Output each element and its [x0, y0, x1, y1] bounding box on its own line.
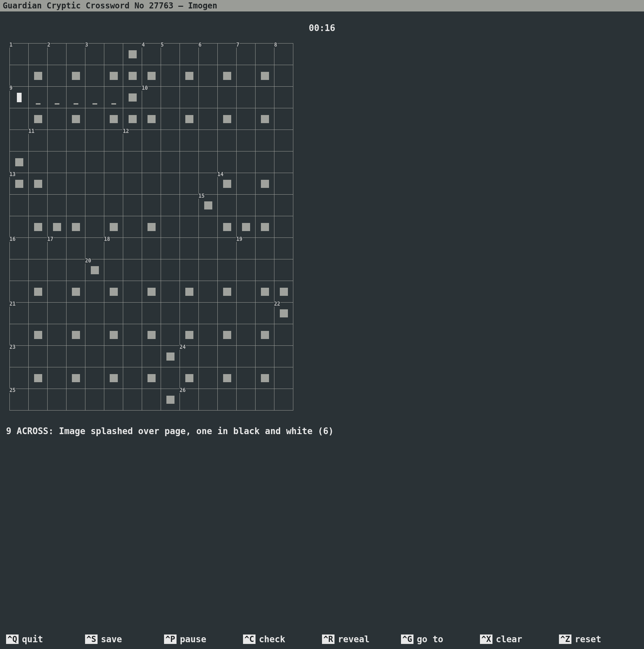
grid-cell[interactable]: [274, 108, 293, 130]
grid-cell[interactable]: 11: [29, 130, 48, 151]
grid-cell[interactable]: [48, 389, 66, 411]
grid-cell[interactable]: [10, 281, 29, 303]
grid-cell[interactable]: [256, 151, 274, 173]
grid-cell[interactable]: [104, 130, 123, 151]
grid-cell[interactable]: 20: [85, 259, 104, 281]
grid-cell[interactable]: [123, 151, 142, 173]
grid-cell[interactable]: [161, 65, 180, 87]
grid-cell[interactable]: 1: [10, 44, 29, 65]
grid-cell[interactable]: [29, 259, 48, 281]
grid-cell[interactable]: [199, 303, 218, 324]
grid-cell[interactable]: [199, 367, 218, 389]
grid-cell[interactable]: [218, 151, 237, 173]
grid-cell[interactable]: [274, 130, 293, 151]
grid-cell[interactable]: [180, 281, 199, 303]
grid-cell[interactable]: [85, 216, 104, 238]
grid-cell[interactable]: [104, 44, 123, 65]
grid-cell[interactable]: [256, 303, 274, 324]
grid-cell[interactable]: [199, 173, 218, 195]
grid-cell[interactable]: [66, 346, 85, 367]
grid-cell[interactable]: [180, 216, 199, 238]
grid-cell[interactable]: 22: [274, 303, 293, 324]
grid-cell[interactable]: [161, 87, 180, 108]
grid-cell[interactable]: [274, 65, 293, 87]
grid-cell[interactable]: [66, 65, 85, 87]
grid-cell[interactable]: 12: [123, 130, 142, 151]
grid-cell[interactable]: [48, 65, 66, 87]
grid-cell[interactable]: [10, 324, 29, 346]
grid-cell[interactable]: [199, 65, 218, 87]
grid-cell[interactable]: [256, 346, 274, 367]
grid-cell[interactable]: [237, 303, 256, 324]
grid-cell[interactable]: [256, 87, 274, 108]
grid-cell[interactable]: [218, 281, 237, 303]
grid-cell[interactable]: [10, 195, 29, 216]
shortcut-save[interactable]: ^Ssave: [85, 634, 164, 644]
grid-cell[interactable]: [85, 367, 104, 389]
grid-cell[interactable]: [256, 238, 274, 259]
shortcut-check[interactable]: ^Ccheck: [243, 634, 322, 644]
grid-cell[interactable]: [85, 389, 104, 411]
grid-cell[interactable]: [199, 259, 218, 281]
grid-cell[interactable]: [66, 367, 85, 389]
grid-cell[interactable]: [218, 130, 237, 151]
grid-cell[interactable]: [218, 367, 237, 389]
grid-cell[interactable]: [66, 303, 85, 324]
grid-cell[interactable]: [256, 65, 274, 87]
grid-cell[interactable]: [274, 389, 293, 411]
grid-cell[interactable]: [66, 259, 85, 281]
grid-cell[interactable]: [256, 389, 274, 411]
grid-cell[interactable]: [29, 65, 48, 87]
grid-cell[interactable]: [161, 130, 180, 151]
grid-cell[interactable]: 16: [10, 238, 29, 259]
grid-cell[interactable]: [66, 173, 85, 195]
grid-cell[interactable]: [199, 389, 218, 411]
grid-cell[interactable]: [161, 238, 180, 259]
grid-cell[interactable]: [142, 195, 161, 216]
grid-cell[interactable]: [237, 389, 256, 411]
grid-cell[interactable]: [48, 108, 66, 130]
grid-cell[interactable]: [256, 216, 274, 238]
grid-cell[interactable]: [123, 44, 142, 65]
grid-cell[interactable]: 8: [274, 44, 293, 65]
grid-cell[interactable]: [180, 151, 199, 173]
grid-cell[interactable]: [85, 130, 104, 151]
grid-cell[interactable]: [142, 324, 161, 346]
grid-cell[interactable]: [218, 259, 237, 281]
grid-cell[interactable]: [66, 108, 85, 130]
grid-cell[interactable]: [274, 259, 293, 281]
grid-cell[interactable]: [85, 346, 104, 367]
grid-cell[interactable]: [256, 367, 274, 389]
grid-cell[interactable]: [256, 195, 274, 216]
grid-cell[interactable]: [123, 87, 142, 108]
grid-cell[interactable]: [29, 216, 48, 238]
grid-cell[interactable]: [161, 259, 180, 281]
grid-cell[interactable]: [142, 238, 161, 259]
grid-cell[interactable]: [85, 173, 104, 195]
shortcut-go-to[interactable]: ^Ggo to: [401, 634, 480, 644]
grid-cell[interactable]: [199, 216, 218, 238]
grid-cell[interactable]: 3: [85, 44, 104, 65]
grid-cell[interactable]: [85, 324, 104, 346]
grid-cell[interactable]: [180, 65, 199, 87]
grid-cell[interactable]: [161, 367, 180, 389]
grid-cell[interactable]: [48, 195, 66, 216]
grid-cell[interactable]: [123, 108, 142, 130]
grid-cell[interactable]: [237, 216, 256, 238]
grid-cell[interactable]: [256, 44, 274, 65]
grid-cell[interactable]: [104, 303, 123, 324]
grid-cell[interactable]: [104, 216, 123, 238]
crossword-grid[interactable]: 1234567891011121314151617181920212223242…: [9, 43, 293, 411]
shortcut-clear[interactable]: ^Xclear: [480, 634, 559, 644]
grid-cell[interactable]: [237, 173, 256, 195]
grid-cell[interactable]: [180, 87, 199, 108]
grid-cell[interactable]: [274, 173, 293, 195]
grid-cell[interactable]: [199, 108, 218, 130]
grid-cell[interactable]: [256, 130, 274, 151]
grid-cell[interactable]: 10: [142, 87, 161, 108]
grid-cell[interactable]: [218, 216, 237, 238]
grid-cell[interactable]: [199, 130, 218, 151]
grid-cell[interactable]: [48, 367, 66, 389]
grid-cell[interactable]: [85, 87, 104, 108]
grid-cell[interactable]: [29, 195, 48, 216]
